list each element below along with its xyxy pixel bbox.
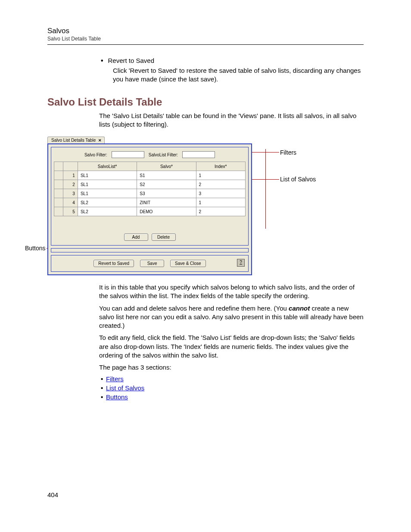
link-filters[interactable]: Filters (106, 375, 124, 383)
table-row[interactable]: 1 SL1 S1 1 (54, 171, 246, 180)
col-index[interactable]: Index* (196, 162, 245, 171)
tab-label: Salvo List Details Table (51, 138, 96, 143)
header-subtitle: Salvo List Details Table (47, 36, 364, 42)
link-list-of-salvos[interactable]: List of Salvos (106, 384, 144, 392)
para-3: To edit any field, click the field. The … (99, 333, 364, 360)
col-salvo[interactable]: Salvo* (137, 162, 196, 171)
header-title: Salvos (47, 27, 364, 35)
link-buttons[interactable]: Buttons (106, 393, 128, 401)
page-number: 404 (47, 491, 364, 498)
page-header: Salvos Salvo List Details Table (47, 27, 364, 45)
intro-paragraph: The 'Salvo List Details' table can be fo… (99, 112, 364, 129)
callout-list: List of Salvos (280, 176, 316, 183)
help-icon[interactable]: ? (237, 259, 245, 267)
save-close-button[interactable]: Save & Close (170, 260, 206, 267)
col-salvolist[interactable]: SalvoList* (78, 162, 137, 171)
para-2: You can add and delete salvos here and r… (99, 304, 364, 330)
filter-row: Salvo Filter: SalvoList Filter: (54, 150, 246, 162)
bullet-revert-desc: Click 'Revert to Saved' to restore the s… (113, 66, 364, 84)
para-4: The page has 3 sections: (99, 363, 364, 372)
bullet-revert-title: Revert to Saved (108, 57, 154, 64)
salvolist-filter-label: SalvoList Filter: (149, 152, 178, 157)
screenshot-figure: Filters List of Salvos Buttons Salvo Lis… (13, 135, 364, 275)
close-icon[interactable]: ✕ (98, 138, 102, 143)
salvo-filter-input[interactable] (112, 151, 144, 158)
callout-filters: Filters (280, 149, 296, 156)
salvo-filter-label: Salvo Filter: (84, 152, 107, 157)
add-button[interactable]: Add (124, 233, 148, 241)
para-1: It is in this table that you specify whi… (99, 283, 364, 301)
table-row[interactable]: 4 SL2 ZINIT 1 (54, 198, 246, 207)
table-row[interactable]: 3 SL1 S3 3 (54, 189, 246, 198)
salvolist-filter-input[interactable] (182, 151, 215, 158)
save-button[interactable]: Save (140, 260, 164, 267)
callout-buttons: Buttons (25, 245, 45, 252)
section-heading: Salvo List Details Table (47, 96, 364, 108)
revert-button[interactable]: Revert to Saved (93, 260, 134, 267)
table-header-row: SalvoList* Salvo* Index* (54, 162, 246, 171)
table-row[interactable]: 2 SL1 S2 2 (54, 180, 246, 189)
delete-button[interactable]: Delete (152, 233, 176, 241)
tab-salvo-list-details[interactable]: Salvo List Details Table ✕ (47, 137, 105, 143)
salvo-table[interactable]: SalvoList* Salvo* Index* 1 SL1 S1 (54, 162, 246, 216)
table-row[interactable]: 5 SL2 DEMO 2 (54, 207, 246, 216)
